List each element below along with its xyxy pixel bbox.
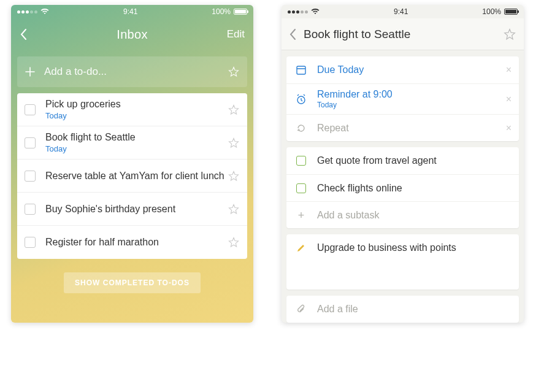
todo-due-label: Today	[45, 144, 228, 153]
detail-screen: 9:41 100% Book flight to Seattle Due Tod…	[282, 5, 524, 323]
todo-title: Book flight to Seattle	[45, 132, 228, 143]
todo-list: Pick up groceries Today Book flight to S…	[17, 93, 247, 259]
star-icon[interactable]	[228, 66, 240, 78]
star-icon[interactable]	[228, 137, 240, 149]
add-todo-placeholder: Add a to-do...	[44, 66, 228, 78]
battery-icon	[504, 9, 518, 15]
edit-button[interactable]: Edit	[208, 28, 245, 40]
repeat-icon	[294, 123, 309, 134]
alarm-icon	[294, 94, 309, 105]
clear-icon[interactable]: ×	[506, 94, 512, 105]
wifi-icon	[40, 9, 49, 15]
subtasks-card: Get quote from travel agent Check flight…	[286, 147, 519, 228]
todo-title: Reserve table at YamYam for client lunch	[45, 171, 228, 182]
checkbox[interactable]	[25, 171, 36, 182]
add-subtask-row[interactable]: + Add a subtask	[286, 201, 519, 228]
reminder-sub: Today	[317, 101, 506, 109]
clear-icon[interactable]: ×	[506, 64, 512, 75]
star-icon[interactable]	[228, 170, 240, 182]
battery-icon	[234, 9, 247, 15]
reminder-row[interactable]: Reminder at 9:00 Today ×	[286, 83, 519, 114]
meta-card: Due Today × Reminder at 9:00 Today × Rep…	[286, 56, 519, 141]
star-icon[interactable]	[228, 236, 240, 248]
status-time: 9:41	[394, 7, 408, 16]
page-title: Inbox	[117, 28, 147, 42]
note-card[interactable]: Upgrade to business with points	[286, 234, 519, 290]
paperclip-icon	[294, 304, 309, 314]
todo-item[interactable]: Book flight to Seattle Today	[17, 126, 247, 159]
star-icon[interactable]	[228, 104, 240, 116]
due-date-row[interactable]: Due Today ×	[286, 56, 519, 83]
status-bar: 9:41 100%	[11, 5, 253, 18]
add-subtask-label: Add a subtask	[317, 210, 512, 221]
checkbox[interactable]	[25, 237, 36, 248]
signal-strength-icon	[288, 10, 308, 13]
checkbox[interactable]	[25, 137, 36, 148]
repeat-label: Repeat	[317, 123, 506, 134]
reminder-label: Reminder at 9:00	[317, 89, 506, 100]
subtask-item[interactable]: Get quote from travel agent	[286, 147, 519, 174]
clear-icon[interactable]: ×	[506, 123, 512, 134]
svg-rect-0	[297, 66, 305, 74]
inbox-screen: 9:41 100% Inbox Edit Add a to-do...	[11, 5, 253, 323]
navbar: Inbox Edit	[11, 18, 253, 50]
todo-due-label: Today	[45, 111, 228, 120]
star-icon[interactable]	[503, 28, 516, 41]
battery-percentage: 100%	[482, 7, 501, 16]
repeat-row[interactable]: Repeat ×	[286, 114, 519, 141]
plus-icon	[25, 66, 36, 77]
checkbox[interactable]	[25, 204, 36, 215]
todo-title: Buy Sophie's birthday present	[45, 204, 228, 215]
subtask-title: Check flights online	[317, 183, 512, 194]
status-time: 9:41	[123, 7, 137, 16]
battery-percentage: 100%	[212, 7, 231, 16]
wifi-icon	[311, 9, 320, 15]
checkbox[interactable]	[25, 104, 36, 115]
add-file-label: Add a file	[317, 304, 512, 315]
plus-icon: +	[294, 210, 309, 221]
subtask-title: Get quote from travel agent	[317, 155, 512, 166]
checkbox[interactable]	[294, 183, 309, 193]
page-title: Book flight to Seattle	[304, 28, 503, 41]
checkbox[interactable]	[294, 156, 309, 166]
back-button[interactable]	[20, 28, 56, 40]
add-todo-input[interactable]: Add a to-do...	[17, 56, 247, 87]
subtask-item[interactable]: Check flights online	[286, 174, 519, 201]
todo-item[interactable]: Register for half marathon	[17, 226, 247, 259]
note-text: Upgrade to business with points	[317, 242, 512, 253]
todo-item[interactable]: Reserve table at YamYam for client lunch	[17, 159, 247, 193]
todo-item[interactable]: Pick up groceries Today	[17, 93, 247, 126]
due-label: Due Today	[317, 64, 506, 75]
todo-title: Register for half marathon	[45, 237, 228, 248]
back-button[interactable]	[289, 28, 296, 40]
todo-item[interactable]: Buy Sophie's birthday present	[17, 193, 247, 226]
status-bar: 9:41 100%	[282, 5, 524, 18]
star-icon[interactable]	[228, 203, 240, 215]
file-card[interactable]: Add a file	[286, 296, 519, 323]
navbar: Book flight to Seattle	[282, 18, 524, 50]
pencil-icon	[294, 243, 309, 253]
signal-strength-icon	[17, 10, 37, 13]
calendar-icon	[294, 64, 309, 75]
todo-title: Pick up groceries	[45, 99, 228, 110]
show-completed-button[interactable]: SHOW COMPLETED TO-DOS	[64, 272, 201, 293]
